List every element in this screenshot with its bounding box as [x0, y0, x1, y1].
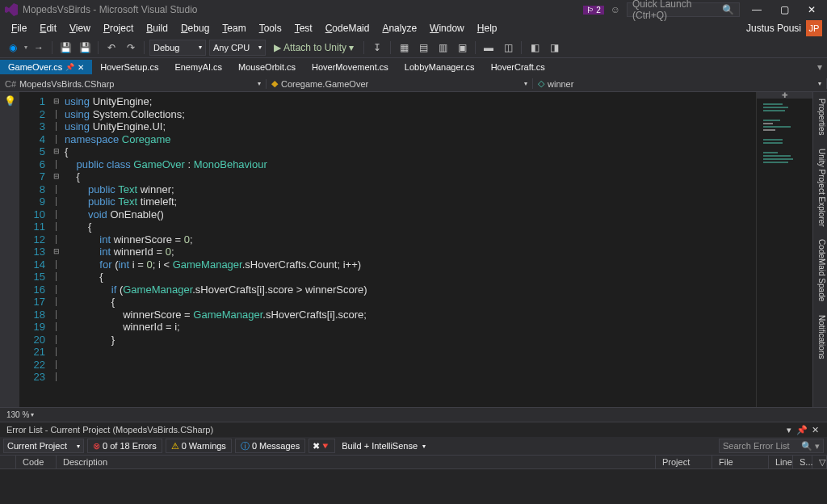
tool-icon[interactable]: ◫	[500, 40, 516, 56]
warnings-filter[interactable]: ⚠0 Warnings	[166, 439, 232, 453]
col-filter-icon[interactable]: ▽	[812, 456, 827, 468]
menu-help[interactable]: Help	[471, 21, 504, 36]
tool-icon[interactable]: ◨	[546, 40, 562, 56]
minimize-button[interactable]: —	[746, 2, 767, 18]
tab-file[interactable]: EnemyAI.cs	[166, 60, 230, 74]
menubar: FileEditViewProjectBuildDebugTeamToolsTe…	[0, 19, 827, 37]
menu-debug[interactable]: Debug	[174, 21, 216, 36]
col-description[interactable]: Description	[57, 456, 656, 468]
nav-back-button[interactable]: ◉	[5, 40, 21, 56]
errors-filter[interactable]: ⊗0 of 18 Errors	[87, 439, 162, 453]
class-selector[interactable]: ◆ Coregame.GameOver ▾	[267, 78, 533, 89]
error-list-body[interactable]	[0, 469, 827, 504]
menu-window[interactable]: Window	[423, 21, 471, 36]
menu-test[interactable]: Test	[288, 21, 319, 36]
col-icon[interactable]	[0, 456, 16, 468]
side-tab[interactable]: Unity Project Explorer	[813, 142, 827, 233]
notification-flag-icon[interactable]: 🏳 2	[583, 6, 604, 15]
tab-label: GameOver.cs	[8, 62, 62, 72]
notification-count: 2	[596, 6, 601, 15]
side-tab[interactable]: Properties	[813, 92, 827, 142]
messages-filter[interactable]: ⓘ0 Messages	[235, 439, 305, 453]
class-name: Coregame.GameOver	[281, 79, 368, 89]
build-filter-dropdown[interactable]: Build + IntelliSense▾	[338, 439, 435, 453]
user-avatar[interactable]: JP	[806, 20, 822, 36]
config-dropdown[interactable]: Debug▾	[149, 40, 206, 56]
menu-team[interactable]: Team	[216, 21, 252, 36]
tab-label: HoverMovement.cs	[312, 62, 388, 72]
tabs-overflow-icon[interactable]: ▾	[812, 61, 827, 73]
attach-unity-button[interactable]: ▶ Attach to Unity ▾	[269, 42, 359, 53]
code-content[interactable]: using UnityEngine;using System.Collectio…	[61, 92, 756, 407]
tab-file[interactable]: HoverMovement.cs	[304, 60, 397, 74]
warnings-count: 0 Warnings	[182, 441, 226, 451]
save-all-button[interactable]: 💾	[77, 40, 93, 56]
col-code[interactable]: Code	[16, 456, 57, 468]
tool-icon[interactable]: ▣	[454, 40, 470, 56]
close-button[interactable]: ✕	[801, 2, 822, 18]
member-name: winner	[548, 79, 573, 89]
code-editor[interactable]: 💡 1234567891011121314151617181920212223 …	[0, 92, 812, 407]
menu-project[interactable]: Project	[97, 21, 140, 36]
col-project[interactable]: Project	[656, 456, 712, 468]
tool-icon[interactable]: ▤	[415, 40, 431, 56]
error-search-input[interactable]: Search Error List🔍 ▾	[719, 439, 824, 453]
titlebar: MopedsVsBirds - Microsoft Visual Studio …	[0, 0, 827, 19]
tab-file[interactable]: HoverCraft.cs	[483, 60, 553, 74]
member-selector[interactable]: ◇ winner ▾	[533, 78, 827, 89]
menu-file[interactable]: File	[5, 21, 33, 36]
lightbulb-icon[interactable]: 💡	[0, 95, 19, 107]
platform-value: Any CPU	[213, 43, 250, 52]
save-button[interactable]: 💾	[57, 40, 73, 56]
close-icon[interactable]: ✕	[78, 63, 84, 72]
project-name: MopedsVsBirds.CSharp	[19, 79, 114, 89]
side-panels: PropertiesUnity Project ExplorerCodeMaid…	[812, 92, 827, 407]
menu-analyze[interactable]: Analyze	[376, 21, 423, 36]
tool-icon[interactable]: ▦	[396, 40, 412, 56]
fold-gutter[interactable]: ⊟│││⊟│⊟│││││⊟││││││││││	[52, 92, 61, 407]
feedback-icon[interactable]: ☺	[611, 4, 620, 15]
tab-file[interactable]: HoverSetup.cs	[92, 60, 166, 74]
csharp-icon: C#	[5, 79, 16, 89]
scope-dropdown[interactable]: Current Project▾	[3, 439, 84, 453]
user-name[interactable]: Justus Pousi	[746, 23, 801, 34]
quick-launch-placeholder: Quick Launch (Ctrl+Q)	[632, 0, 722, 21]
maximize-button[interactable]: ▢	[774, 2, 795, 18]
tab-file[interactable]: GameOver.cs 📌 ✕	[0, 60, 92, 74]
pin-icon[interactable]: 📌	[796, 424, 808, 435]
menu-build[interactable]: Build	[140, 21, 174, 36]
quick-launch-input[interactable]: Quick Launch (Ctrl+Q) 🔍	[627, 2, 740, 17]
menu-edit[interactable]: Edit	[33, 21, 63, 36]
document-tabs: GameOver.cs 📌 ✕HoverSetup.csEnemyAI.csMo…	[0, 58, 827, 76]
step-button[interactable]: ↧	[369, 40, 385, 56]
undo-button[interactable]: ↶	[103, 40, 120, 56]
split-icon[interactable]: ✚	[757, 92, 812, 99]
error-columns: Code Description Project File Line S... …	[0, 455, 827, 469]
side-tab[interactable]: Notifications	[813, 309, 827, 365]
side-tab[interactable]: CodeMaid Spade	[813, 233, 827, 308]
col-state[interactable]: S...	[793, 456, 812, 468]
menu-view[interactable]: View	[63, 21, 97, 36]
col-file[interactable]: File	[712, 456, 769, 468]
col-line[interactable]: Line	[769, 456, 793, 468]
menu-codemaid[interactable]: CodeMaid	[319, 21, 376, 36]
tool-icon[interactable]: ▬	[481, 40, 497, 56]
dropdown-icon[interactable]: ▾	[783, 424, 795, 435]
project-selector[interactable]: C# MopedsVsBirds.CSharp ▾	[0, 79, 267, 89]
minimap[interactable]: ✚	[756, 92, 812, 407]
clear-filter[interactable]: ✖🔻	[309, 439, 335, 453]
pin-icon[interactable]: 📌	[65, 63, 74, 71]
close-icon[interactable]: ✕	[809, 424, 821, 435]
horizontal-scrollbar[interactable]	[39, 412, 821, 418]
nav-forward-button[interactable]: →	[31, 40, 47, 56]
tool-icon[interactable]: ▥	[434, 40, 451, 56]
vs-logo-icon	[5, 3, 18, 16]
tab-file[interactable]: LobbyManager.cs	[397, 60, 483, 74]
redo-button[interactable]: ↷	[123, 40, 139, 56]
menu-tools[interactable]: Tools	[253, 21, 288, 36]
tool-icon[interactable]: ◧	[527, 40, 543, 56]
platform-dropdown[interactable]: Any CPU▾	[209, 40, 266, 56]
zoom-bar: 130 % ▾	[0, 407, 827, 422]
tab-file[interactable]: MouseOrbit.cs	[230, 60, 304, 74]
zoom-level[interactable]: 130 %	[6, 410, 29, 419]
